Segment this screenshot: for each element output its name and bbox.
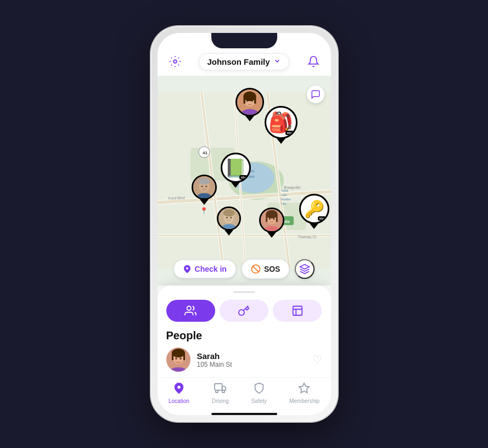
settings-icon[interactable]: [166, 53, 184, 70]
marker-dad[interactable]: 📍: [192, 175, 217, 205]
svg-text:Lake: Lake: [281, 193, 287, 197]
svg-point-40: [201, 186, 203, 187]
svg-point-55: [268, 218, 270, 220]
svg-point-0: [173, 60, 177, 63]
svg-rect-68: [183, 353, 185, 360]
svg-point-74: [216, 390, 218, 393]
nav-driving[interactable]: Driving: [212, 382, 229, 404]
svg-point-62: [187, 306, 191, 310]
svg-text:Two: Two: [281, 202, 286, 205]
tab-items[interactable]: [220, 300, 268, 322]
nav-membership-label: Membership: [289, 398, 319, 404]
map-action-bar: Check in SOS: [158, 259, 331, 279]
svg-point-66: [172, 349, 185, 357]
tab-places[interactable]: [273, 300, 322, 322]
svg-point-42: [201, 188, 207, 192]
svg-point-70: [180, 357, 182, 360]
svg-rect-53: [266, 214, 267, 222]
nav-safety-label: Safety: [251, 398, 267, 404]
person-row[interactable]: Sarah 105 Main St ♡: [166, 348, 322, 372]
nav-location-label: Location: [169, 398, 189, 404]
content-tab-switcher: [158, 296, 331, 327]
svg-point-34: [246, 99, 248, 102]
notifications-icon[interactable]: [305, 53, 322, 70]
sos-button[interactable]: SOS: [242, 259, 290, 279]
nav-safety[interactable]: Safety: [251, 382, 267, 404]
bottom-panel: People: [158, 285, 331, 415]
phone-frame: Johnson Family: [151, 26, 338, 422]
svg-point-69: [175, 357, 177, 360]
svg-point-35: [251, 99, 253, 102]
drag-handle: [233, 291, 255, 293]
phone-screen: Johnson Family: [158, 33, 331, 415]
marker-sarah-top[interactable]: [235, 88, 264, 121]
tile-backpack-marker[interactable]: 🎒 tile: [265, 106, 298, 144]
nav-membership[interactable]: Membership: [289, 382, 319, 404]
chat-icon[interactable]: [307, 86, 324, 103]
svg-point-41: [205, 186, 207, 187]
family-selector[interactable]: Johnson Family: [199, 53, 289, 70]
safety-nav-icon: [253, 382, 265, 397]
person-address: 105 Main St: [197, 361, 306, 368]
person-info-sarah: Sarah 105 Main St: [197, 351, 306, 368]
person-name: Sarah: [197, 351, 306, 361]
bottom-navigation: Location Driving: [158, 377, 331, 411]
svg-point-58: [186, 267, 188, 270]
svg-marker-61: [300, 265, 310, 269]
favorite-icon[interactable]: ♡: [312, 353, 322, 366]
chevron-down-icon: [273, 57, 281, 66]
tile-book-marker[interactable]: 📗 tile: [221, 153, 251, 188]
svg-text:Todds: Todds: [281, 189, 289, 192]
family-name: Johnson Family: [207, 57, 270, 66]
map-view[interactable]: Todds Lake Ford Blvd B: [158, 76, 331, 285]
svg-point-39: [199, 178, 210, 184]
svg-rect-54: [276, 214, 277, 222]
svg-rect-33: [254, 96, 256, 103]
membership-nav-icon: [298, 382, 310, 397]
svg-marker-76: [299, 383, 309, 393]
svg-rect-32: [243, 96, 245, 103]
person-avatar-sarah: [166, 348, 190, 372]
tab-people[interactable]: [166, 300, 215, 322]
svg-point-56: [273, 218, 274, 220]
svg-point-75: [222, 390, 225, 393]
svg-point-47: [226, 217, 227, 219]
svg-point-72: [177, 385, 181, 389]
svg-line-60: [253, 266, 259, 272]
svg-point-52: [266, 210, 278, 219]
nav-driving-label: Driving: [212, 398, 229, 404]
layers-button[interactable]: [295, 259, 315, 279]
people-heading: People: [166, 329, 322, 342]
home-indicator: [211, 413, 277, 415]
svg-text:41: 41: [203, 150, 207, 155]
marker-boy[interactable]: [217, 206, 241, 236]
people-section: People: [158, 327, 331, 377]
svg-rect-63: [293, 306, 302, 316]
svg-rect-67: [172, 353, 173, 360]
phone-notch: [211, 33, 277, 48]
check-in-button[interactable]: Check in: [173, 260, 236, 278]
location-nav-icon: [173, 382, 185, 397]
svg-text:Thomas Ct: Thomas Ct: [298, 235, 316, 239]
svg-text:Number: Number: [281, 198, 291, 201]
tile-keys-marker[interactable]: 🔑 tile: [299, 194, 329, 229]
driving-nav-icon: [214, 382, 226, 397]
svg-rect-73: [215, 384, 222, 390]
marker-girl2[interactable]: [259, 208, 284, 238]
svg-point-48: [230, 217, 232, 219]
nav-location[interactable]: Location: [169, 382, 189, 404]
